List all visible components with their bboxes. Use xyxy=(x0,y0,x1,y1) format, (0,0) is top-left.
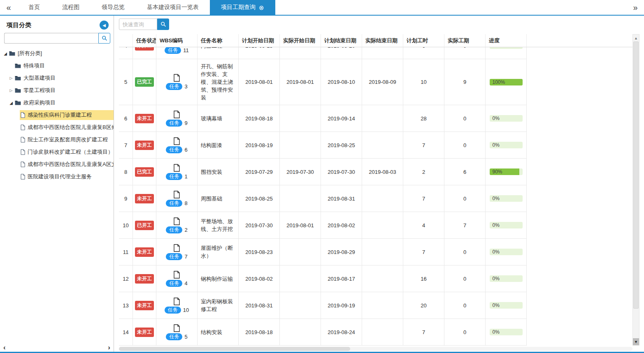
tree-item-project[interactable]: 感染性疾病科门诊重建工程 xyxy=(0,109,114,121)
task-type-badge: 任务 xyxy=(166,253,182,260)
progress-bar: 0% xyxy=(490,115,523,122)
tree-collapse-toggle-icon[interactable]: ◢ xyxy=(2,51,8,56)
tab-item[interactable]: 首页 xyxy=(17,0,51,15)
column-header[interactable]: 计划结束日期 xyxy=(321,34,362,47)
tree-item-content[interactable]: 零星工程项目 xyxy=(14,85,114,95)
table-row[interactable]: 11未开工任务7屋面维护（断水）2019-08-232019-08-29700% xyxy=(119,239,632,265)
tab-item[interactable]: 领导总览 xyxy=(91,0,136,15)
tree-item-content[interactable]: 门诊皮肤科改扩建工程（土建项目） xyxy=(20,147,114,157)
column-header[interactable]: 计划工时 xyxy=(403,34,444,47)
row-number-header[interactable] xyxy=(119,34,133,47)
tree-item-category[interactable]: 特殊项目 xyxy=(0,60,114,72)
quick-search-button[interactable] xyxy=(157,18,169,30)
task-type-badge: 任务 xyxy=(165,307,181,314)
wbs-cell: 任务7 xyxy=(156,239,198,265)
horizontal-scrollbar-thumb[interactable] xyxy=(119,347,350,351)
sidebar-scroll-right-icon[interactable]: › xyxy=(108,344,110,351)
tree-item-category[interactable]: ▷大型基建项目 xyxy=(0,72,114,84)
row-filler xyxy=(527,239,632,265)
tree-expand-toggle-icon[interactable]: ▷ xyxy=(8,88,14,92)
table-row[interactable]: 13未开工任务10室内彩钢板装修工程2019-08-312019-09-1920… xyxy=(119,292,632,319)
actual-end-date-cell xyxy=(362,265,403,292)
quick-search-input[interactable] xyxy=(119,18,157,30)
tree-item-content[interactable]: 政府采购项目 xyxy=(14,98,114,108)
tree-item-category[interactable]: ◢[所有分类] xyxy=(0,47,114,60)
sidebar-scroll-left-icon[interactable]: ‹ xyxy=(3,344,6,351)
tree-item-content[interactable]: 特殊项目 xyxy=(14,61,114,71)
tree-item-project[interactable]: 成都市中西医结合医院儿童康复A区文化 xyxy=(0,158,114,171)
tree-item-project[interactable]: 成都市中西医结合医院儿童康复B区修缮 xyxy=(0,121,114,134)
tree-item-project[interactable]: 医院建设项目代理业主服务 xyxy=(0,171,114,183)
tab-label: 领导总览 xyxy=(102,4,125,11)
table-row[interactable]: 5已完工任务3开孔、钢筋制作安装、支模、混凝土浇筑、预埋件安装2019-08-0… xyxy=(119,59,632,105)
tree-item-content[interactable]: 医院建设项目代理业主服务 xyxy=(20,172,114,182)
tree-item-content[interactable]: 大型基建项目 xyxy=(14,73,114,83)
document-icon xyxy=(174,298,180,305)
table-row[interactable]: 12未开工任务4钢构制作运输2019-08-022019-08-171600% xyxy=(119,265,632,292)
table-row[interactable]: 10已开工任务2平整场地、放线、土方开挖2019-07-302019-08-01… xyxy=(119,212,632,239)
tab-item[interactable]: 基本建设项目一览表 xyxy=(136,0,210,15)
tabs-scroll-right-icon[interactable]: » xyxy=(627,0,644,15)
tab-close-icon[interactable]: ⊗ xyxy=(259,5,264,11)
tab-label: 流程图 xyxy=(62,4,79,11)
tabs-scroll-left-icon[interactable]: « xyxy=(0,0,17,15)
column-header[interactable]: WBS编码 xyxy=(156,34,198,47)
progress-cell: 0% xyxy=(486,265,527,292)
horizontal-scrollbar[interactable] xyxy=(119,347,632,351)
vertical-scrollbar[interactable]: ▲ ▼ xyxy=(632,34,639,346)
tree-item-content[interactable]: [所有分类] xyxy=(8,48,114,58)
progress-cell: 100% xyxy=(486,59,527,105)
sidebar-title: 项目分类 xyxy=(7,21,31,29)
scroll-down-icon[interactable]: ▼ xyxy=(633,338,639,345)
actual-duration-cell: 0 xyxy=(444,292,486,319)
tree-item-content[interactable]: 成都市中西医结合医院儿童康复B区修缮 xyxy=(20,122,114,132)
wbs-code: 任务2 xyxy=(166,226,187,233)
tab-item[interactable]: 项目工期查询⊗ xyxy=(210,0,275,15)
column-header[interactable]: 计划开始日期 xyxy=(239,34,280,47)
column-header[interactable]: 实际结束日期 xyxy=(362,34,403,47)
column-header[interactable]: 实际开始日期 xyxy=(280,34,321,47)
tree-item-category[interactable]: ◢政府采购项目 xyxy=(0,97,114,109)
tree-collapse-toggle-icon[interactable]: ◢ xyxy=(8,101,14,105)
column-header[interactable]: 实际工期 xyxy=(444,34,486,47)
tree-item-content[interactable]: 成都市中西医结合医院儿童康复A区文化 xyxy=(20,159,114,169)
category-search-button[interactable] xyxy=(98,33,110,44)
table-row[interactable]: 6未开工任务9玻璃幕墙2019-08-182019-09-142800% xyxy=(119,105,632,132)
scroll-up-icon[interactable]: ▲ xyxy=(633,35,639,42)
document-icon xyxy=(174,324,180,332)
document-icon xyxy=(174,137,180,145)
wbs-cell: 任务9 xyxy=(156,105,198,132)
table-row[interactable]: 9未开工任务8周围基础2019-08-252019-08-31700% xyxy=(119,185,632,212)
plan-hours-cell: 7 xyxy=(403,319,444,346)
document-icon xyxy=(174,244,180,252)
wbs-cell: 任务4 xyxy=(156,265,198,292)
tree-item-project[interactable]: 门诊皮肤科改扩建工程（土建项目） xyxy=(0,146,114,158)
column-header[interactable]: 进度 xyxy=(486,34,527,47)
tree-expand-toggle-icon[interactable]: ▷ xyxy=(8,76,14,80)
tree-item-content[interactable]: 院士工作室及配套用房改扩建工程 xyxy=(20,135,114,145)
sidebar-header: 项目分类 ◀ xyxy=(0,16,114,33)
category-search-input[interactable] xyxy=(4,33,98,44)
tree-item-project[interactable]: 院士工作室及配套用房改扩建工程 xyxy=(0,134,114,146)
status-cell: 已完工 xyxy=(133,159,156,185)
tree-item-content[interactable]: 感染性疾病科门诊重建工程 xyxy=(20,110,114,120)
progress-label: 100% xyxy=(493,79,505,85)
tree-item-category[interactable]: ▷零星工程项目 xyxy=(0,84,114,97)
column-header[interactable]: 任务状态 xyxy=(133,34,156,47)
sidebar-collapse-button[interactable]: ◀ xyxy=(100,21,109,30)
table-row[interactable]: 4未开工任务11门面工程2019-09-152019-09-20600% xyxy=(119,47,632,59)
file-icon xyxy=(21,162,25,167)
actual-end-date-cell xyxy=(362,47,403,59)
tab-item[interactable]: 流程图 xyxy=(51,0,91,15)
vertical-scrollbar-thumb[interactable] xyxy=(633,42,639,309)
task-type-badge: 任务 xyxy=(166,333,182,340)
table-row[interactable]: 8已完工任务1围挡安装2019-07-292019-07-302019-07-3… xyxy=(119,159,632,185)
column-header[interactable]: 任务名称 xyxy=(198,34,239,47)
sidebar: 项目分类 ◀ ◢[所有分类]特殊项目▷大型基建项目▷零星工程项目◢政府采购项目感… xyxy=(0,16,114,352)
actual-end-date-cell xyxy=(362,239,403,265)
table-row[interactable]: 7未开工任务6结构面漆2019-08-192019-08-25700% xyxy=(119,132,632,159)
table-row[interactable]: 14未开工任务5结构安装2019-08-182019-08-24700% xyxy=(119,319,632,346)
wbs-cell: 任务6 xyxy=(156,132,198,159)
progress-cell: 0% xyxy=(486,105,527,132)
status-cell: 未开工 xyxy=(133,132,156,159)
